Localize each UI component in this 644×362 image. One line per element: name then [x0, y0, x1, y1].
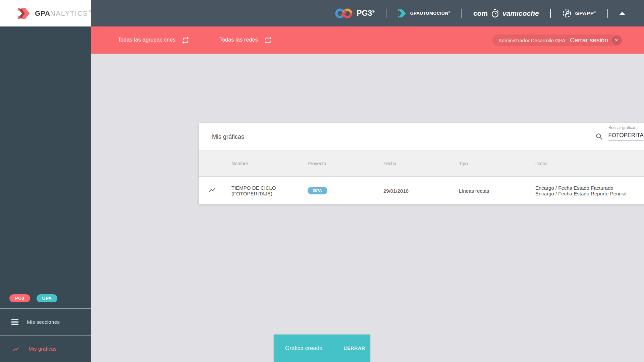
sidebar-badges: PG3 GPA	[9, 294, 57, 302]
sections-list-icon	[11, 319, 18, 325]
top-header: PG3® GPAUTOMOCIÓN® com vamicoche	[91, 0, 644, 26]
comvamicoche-pre: com	[473, 9, 488, 17]
snackbar-message: Gráfica creada	[285, 345, 323, 352]
gpapp-logo[interactable]: GPAPP®	[562, 8, 596, 18]
cell-tipo: Líneas rectas	[459, 188, 489, 194]
snackbar-close-button[interactable]: CERRAR	[343, 346, 365, 351]
comvamicoche-logo[interactable]: com vamicoche	[473, 9, 539, 18]
gpapp-gauge-wrench-icon	[562, 8, 572, 18]
gpautomocion-arrow-icon	[397, 9, 407, 18]
pg3-infinity-icon	[334, 7, 353, 19]
brand-registered-mark: ®	[89, 9, 91, 13]
stopwatch-icon	[491, 9, 499, 18]
search-input-value: (FOTOPERITAJE)	[608, 131, 644, 140]
header-separator	[607, 9, 608, 18]
pg3-logo[interactable]: PG3®	[334, 7, 374, 19]
gpanalytics-brand[interactable]: GPANALYTICS®	[0, 0, 91, 26]
search-input-label: Buscar gráficas	[608, 125, 644, 130]
header-separator	[550, 9, 551, 18]
comvamicoche-post: vamicoche	[502, 9, 539, 17]
column-header-proyecto: Proyecto	[308, 161, 326, 166]
table-row[interactable]: TIEMPO DE CICLO (FOTOPERITAJE) GPA 29/01…	[199, 177, 644, 204]
sidebar-badge-pg3[interactable]: PG3	[9, 294, 30, 302]
gpanalytics-logo-icon	[16, 7, 30, 20]
pg3-label: PG3®	[357, 9, 374, 18]
table-header: Nombre Proyecto Fecha Tipo Datos	[199, 150, 644, 177]
logout-close-icon[interactable]: ×	[612, 36, 621, 45]
gpautomocion-logo[interactable]: GPAUTOMOCIÓN®	[397, 9, 450, 18]
gpapp-label: GPAPP®	[575, 10, 596, 16]
swap-agrupaciones-icon[interactable]	[181, 36, 190, 45]
redes-filter[interactable]: Todas las redes	[219, 37, 258, 43]
sidebar-badge-gpa[interactable]: GPA	[37, 294, 58, 302]
user-session-pill: Administrador Desarrollo GPA Cerrar sesi…	[492, 35, 623, 46]
header-separator	[386, 9, 386, 18]
sidebar-item-mis-secciones[interactable]: Mis secciones	[0, 308, 91, 335]
sidebar-item-mis-graficas[interactable]: Mis gráficas	[0, 335, 91, 362]
content-area: Mis gráficas Buscar gráficas (FOTOPERITA…	[91, 54, 644, 362]
logout-button[interactable]: Cerrar sesión	[570, 37, 608, 44]
search-input[interactable]: Buscar gráficas (FOTOPERITAJE)	[608, 125, 644, 140]
graficas-card: Mis gráficas Buscar gráficas (FOTOPERITA…	[199, 123, 644, 204]
sidebar-item-label: Mis gráficas	[29, 346, 57, 352]
header-separator	[462, 9, 462, 18]
brand-wordmark: GPANALYTICS®	[35, 9, 91, 17]
filter-bar: Todas las agrupaciones Todas las redes A…	[91, 26, 644, 54]
agrupaciones-filter[interactable]: Todas las agrupaciones	[118, 37, 176, 43]
app-root: GPANALYTICS® PG3® GPAUTOMOCIÓN® com	[0, 0, 644, 362]
column-header-nombre: Nombre	[231, 161, 248, 166]
column-header-datos: Datos	[535, 161, 548, 166]
cell-fecha: 29/01/2018	[383, 188, 409, 194]
gpautomocion-label: GPAUTOMOCIÓN®	[410, 11, 450, 16]
project-badge: GPA	[308, 187, 327, 194]
user-name: Administrador Desarrollo GPA	[498, 38, 566, 43]
chart-line-icon	[11, 346, 20, 352]
cell-nombre: TIEMPO DE CICLO (FOTOPERITAJE)	[231, 177, 276, 204]
swap-redes-icon[interactable]	[264, 36, 272, 45]
collapse-arrow-button[interactable]	[619, 12, 625, 15]
cell-datos: Encargo / Fecha Estado Facturado Encargo…	[535, 177, 627, 204]
chart-line-icon	[207, 186, 217, 194]
snackbar: Gráfica creada CERRAR	[274, 335, 370, 362]
sidebar-item-label: Mis secciones	[27, 319, 60, 325]
brand-light: NALYTICS	[50, 9, 88, 17]
search-icon[interactable]	[595, 132, 604, 141]
sidebar: PG3 GPA Mis secciones Mis gráficas	[0, 26, 91, 362]
column-header-tipo: Tipo	[459, 161, 468, 166]
column-header-fecha: Fecha	[383, 161, 396, 166]
brand-bold: GPA	[35, 9, 50, 17]
page-title: Mis gráficas	[212, 123, 244, 150]
